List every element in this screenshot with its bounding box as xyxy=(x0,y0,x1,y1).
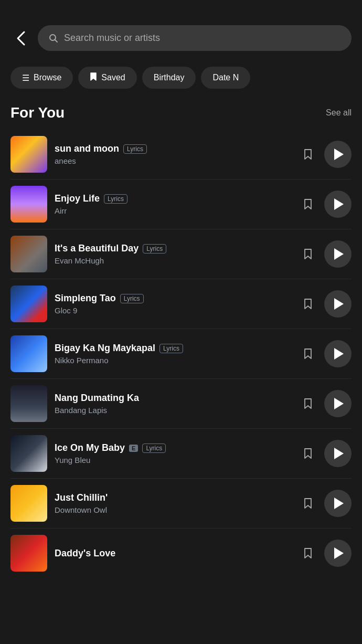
song-info: sun and moonLyrics anees xyxy=(55,143,293,165)
bookmark-button[interactable] xyxy=(300,246,316,262)
play-button[interactable] xyxy=(324,191,352,218)
play-button[interactable] xyxy=(324,141,352,168)
lyrics-badge: Lyrics xyxy=(123,144,147,154)
album-art xyxy=(10,485,47,522)
album-art xyxy=(10,236,47,272)
song-title-row: Ice On My BabyELyrics xyxy=(55,442,293,453)
album-art xyxy=(10,385,47,422)
play-button[interactable] xyxy=(324,240,352,268)
song-info: Enjoy LifeLyrics Airr xyxy=(55,193,293,215)
song-title: Bigay Ka Ng Maykapal xyxy=(55,343,155,354)
song-actions xyxy=(300,191,352,218)
list-item: Just Chillin' Downtown Owl xyxy=(10,479,352,529)
lyrics-badge: Lyrics xyxy=(120,294,144,303)
song-title: Daddy's Love xyxy=(55,548,115,559)
tab-saved[interactable]: Saved xyxy=(78,67,136,89)
play-icon xyxy=(334,547,344,559)
song-info: Daddy's Love xyxy=(55,548,293,559)
album-art xyxy=(10,186,47,223)
song-info: It's a Beautiful DayLyrics Evan McHugh xyxy=(55,243,293,265)
lyrics-badge: Lyrics xyxy=(159,344,183,353)
song-title: sun and moon xyxy=(55,143,119,154)
bookmark-button[interactable] xyxy=(300,545,316,561)
lyrics-badge: Lyrics xyxy=(142,444,166,453)
song-artist: Nikko Permano xyxy=(55,356,293,365)
play-icon xyxy=(334,398,344,409)
bookmark-button[interactable] xyxy=(300,346,316,362)
back-button[interactable] xyxy=(10,28,31,49)
search-bar[interactable]: Search music or artists xyxy=(38,25,352,51)
list-item: Ice On My BabyELyrics Yung Bleu xyxy=(10,429,352,479)
song-title-row: It's a Beautiful DayLyrics xyxy=(55,243,293,254)
list-item: sun and moonLyrics anees xyxy=(10,130,352,180)
bookmark-button[interactable] xyxy=(300,446,316,461)
tab-browse[interactable]: ☰ Browse xyxy=(10,67,73,89)
song-title: Enjoy Life xyxy=(55,193,100,204)
song-info: Nang Dumating Ka Bandang Lapis xyxy=(55,393,293,415)
bookmark-button[interactable] xyxy=(300,396,316,411)
tab-birthday-label: Birthday xyxy=(154,73,185,82)
lyrics-badge: Lyrics xyxy=(143,244,166,254)
tab-saved-label: Saved xyxy=(101,73,125,82)
song-title-row: Enjoy LifeLyrics xyxy=(55,193,293,204)
search-icon xyxy=(48,33,59,44)
song-artist: Gloc 9 xyxy=(55,306,293,315)
play-icon xyxy=(334,248,344,260)
song-title-row: Nang Dumating Ka xyxy=(55,393,293,404)
song-title: It's a Beautiful Day xyxy=(55,243,139,254)
song-info: Simpleng TaoLyrics Gloc 9 xyxy=(55,293,293,315)
see-all-button[interactable]: See all xyxy=(326,108,352,118)
song-list: sun and moonLyrics anees Enjoy LifeLyric… xyxy=(0,130,362,578)
song-title: Simpleng Tao xyxy=(55,293,116,304)
song-artist: anees xyxy=(55,156,293,165)
tab-date-night[interactable]: Date N xyxy=(201,67,250,89)
play-button[interactable] xyxy=(324,390,352,417)
play-icon xyxy=(334,348,344,360)
song-title: Just Chillin' xyxy=(55,492,108,503)
song-artist: Airr xyxy=(55,206,293,215)
play-button[interactable] xyxy=(324,490,352,517)
album-art xyxy=(10,435,47,472)
bookmark-button[interactable] xyxy=(300,146,316,162)
bookmark-button[interactable] xyxy=(300,296,316,312)
song-actions xyxy=(300,540,352,567)
tab-date-night-label: Date N xyxy=(212,73,239,82)
bookmark-button[interactable] xyxy=(300,196,316,212)
play-icon xyxy=(334,298,344,310)
song-title-row: Bigay Ka Ng MaykapalLyrics xyxy=(55,343,293,354)
play-button[interactable] xyxy=(324,540,352,567)
song-artist: Downtown Owl xyxy=(55,505,293,514)
song-actions xyxy=(300,440,352,467)
song-info: Just Chillin' Downtown Owl xyxy=(55,492,293,514)
song-title-row: Simpleng TaoLyrics xyxy=(55,293,293,304)
play-button[interactable] xyxy=(324,340,352,367)
search-placeholder: Search music or artists xyxy=(64,33,160,44)
song-title: Ice On My Baby xyxy=(55,442,125,453)
header: Search music or artists xyxy=(0,0,362,61)
song-artist: Bandang Lapis xyxy=(55,406,293,415)
song-actions xyxy=(300,290,352,318)
play-icon xyxy=(334,149,344,160)
song-actions xyxy=(300,390,352,417)
album-art xyxy=(10,535,47,572)
play-button[interactable] xyxy=(324,440,352,467)
song-title: Nang Dumating Ka xyxy=(55,393,139,404)
song-artist: Evan McHugh xyxy=(55,256,293,265)
song-artist: Yung Bleu xyxy=(55,456,293,464)
list-item: Simpleng TaoLyrics Gloc 9 xyxy=(10,279,352,329)
bookmark-button[interactable] xyxy=(300,495,316,511)
tab-birthday[interactable]: Birthday xyxy=(142,67,196,89)
list-item: Nang Dumating Ka Bandang Lapis xyxy=(10,379,352,429)
song-actions xyxy=(300,240,352,268)
album-art xyxy=(10,136,47,173)
section-header: For You See all xyxy=(0,99,362,130)
lyrics-badge: Lyrics xyxy=(104,194,127,204)
play-icon xyxy=(334,198,344,210)
filter-tabs: ☰ Browse Saved Birthday Date N xyxy=(0,61,362,99)
song-info: Bigay Ka Ng MaykapalLyrics Nikko Permano xyxy=(55,343,293,365)
list-item: Daddy's Love xyxy=(10,529,352,578)
album-art xyxy=(10,335,47,372)
song-actions xyxy=(300,490,352,517)
play-button[interactable] xyxy=(324,290,352,318)
album-art xyxy=(10,286,47,322)
